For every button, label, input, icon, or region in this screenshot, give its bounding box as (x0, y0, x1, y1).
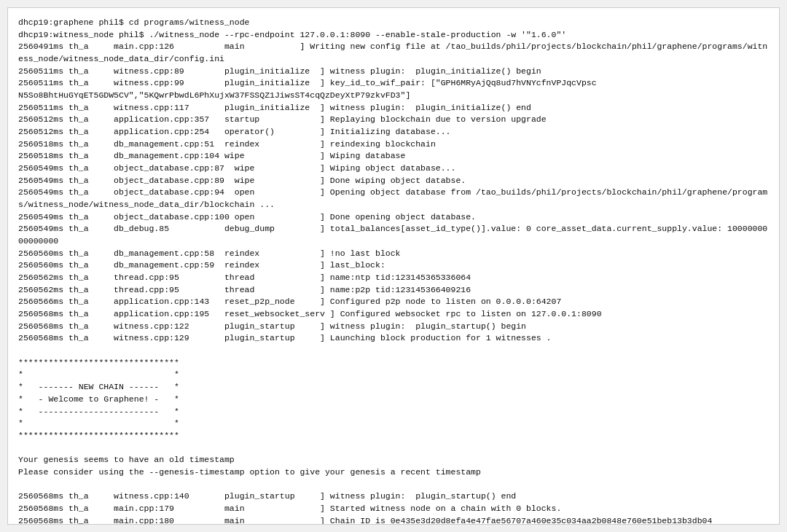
terminal-window: dhcp19:graphene phil$ cd programs/witnes… (7, 7, 780, 525)
terminal-output: dhcp19:graphene phil$ cd programs/witnes… (18, 17, 769, 525)
